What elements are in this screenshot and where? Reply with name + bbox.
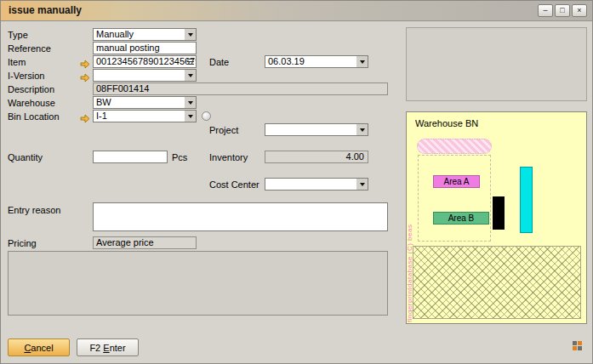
chevron-down-icon[interactable] (185, 29, 196, 40)
warehouse-select[interactable]: BW (93, 96, 197, 109)
i-version-link-arrow-icon[interactable] (80, 71, 90, 80)
bin-location-label: Bin Location (8, 111, 60, 122)
staging-zone-shape (417, 139, 492, 154)
rack-block-shape (493, 196, 505, 230)
f2-enter-button[interactable]: F2 Enter (77, 338, 139, 356)
date-select[interactable]: 06.03.19 (265, 55, 368, 68)
blocked-area-shape (413, 246, 581, 319)
area-a-bin[interactable]: Area A (433, 175, 480, 188)
choose-from-list-icon[interactable] (187, 59, 194, 65)
inventory-label: Inventory (209, 152, 248, 163)
type-label: Type (8, 30, 28, 41)
titlebar[interactable]: issue manually – □ × (1, 1, 592, 21)
cost-center-select[interactable] (265, 178, 368, 191)
warehouse-label: Warehouse (8, 98, 55, 109)
chevron-down-icon[interactable] (356, 179, 368, 190)
inventory-field: 4.00 (265, 151, 368, 163)
pricing-label: Pricing (8, 238, 37, 249)
description-field: 08FF001414 (93, 82, 388, 95)
i-version-select[interactable] (93, 69, 197, 82)
details-panel (8, 251, 388, 316)
quantity-unit-label: Pcs (172, 152, 187, 163)
issue-manually-window: issue manually – □ × Type Reference Item… (0, 0, 593, 364)
zone-outline (418, 155, 491, 242)
project-select[interactable] (265, 123, 368, 136)
window-controls: – □ × (538, 4, 587, 17)
quantity-input[interactable] (93, 151, 168, 163)
window-title: issue manually (9, 4, 82, 16)
cancel-button[interactable]: Cancel (8, 338, 70, 356)
form-settings-icon[interactable] (573, 341, 584, 352)
entry-reason-label: Entry reason (8, 205, 60, 216)
warehouse-map: Warehouse BN fingerprintdatabase (C) bea… (406, 111, 587, 324)
close-icon[interactable]: × (572, 4, 587, 17)
date-label: Date (209, 57, 229, 68)
bin-location-select[interactable]: I-1 (93, 110, 197, 122)
type-select[interactable]: Manually (93, 28, 197, 41)
description-label: Description (8, 84, 54, 95)
reference-input[interactable]: manual posting (93, 42, 197, 54)
item-label: Item (8, 57, 26, 68)
quantity-label: Quantity (8, 152, 43, 163)
reference-label: Reference (8, 43, 51, 54)
chevron-down-icon[interactable] (185, 97, 196, 108)
preview-panel (406, 27, 587, 101)
chevron-down-icon[interactable] (356, 124, 368, 135)
warehouse-map-title: Warehouse BN (415, 118, 478, 128)
item-input[interactable]: 001234567890123456790 (93, 55, 197, 68)
maximize-icon[interactable]: □ (555, 4, 570, 17)
rack-column-shape (520, 167, 533, 233)
minimize-icon[interactable]: – (538, 4, 553, 17)
pricing-field: Average price (93, 236, 197, 249)
chevron-down-icon[interactable] (185, 70, 196, 81)
i-version-label: I-Version (8, 71, 44, 82)
chevron-down-icon[interactable] (185, 111, 196, 122)
cost-center-label: Cost Center (209, 179, 259, 191)
project-label: Project (209, 125, 238, 136)
area-b-bin[interactable]: Area B (433, 212, 489, 225)
bin-location-indicator-icon[interactable] (202, 111, 211, 121)
entry-reason-textarea[interactable] (93, 202, 388, 231)
item-link-arrow-icon[interactable] (80, 57, 90, 66)
chevron-down-icon[interactable] (356, 56, 368, 67)
bin-location-link-arrow-icon[interactable] (80, 111, 90, 121)
